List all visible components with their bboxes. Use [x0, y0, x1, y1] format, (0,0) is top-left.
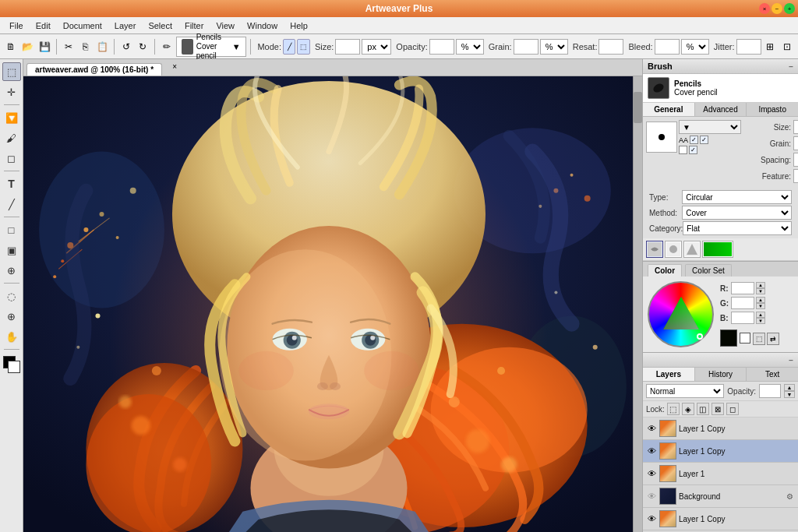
opacity-input[interactable]: 60 — [429, 39, 454, 55]
brush-tab-advanced[interactable]: Advanced — [695, 103, 747, 116]
fg-swatch[interactable] — [720, 329, 737, 347]
color-swatches[interactable] — [3, 356, 20, 373]
category-select[interactable]: Flat — [683, 221, 792, 235]
redo-button[interactable]: ↻ — [135, 37, 150, 56]
menu-view[interactable]: View — [210, 19, 241, 32]
canvas-tab[interactable]: artweaver.awd @ 100% (16-bit) * — [26, 63, 162, 76]
tool-fill[interactable]: ▣ — [2, 241, 21, 259]
tool-shape[interactable]: □ — [2, 220, 21, 239]
bleed-input[interactable]: 0 — [655, 39, 680, 55]
new-button[interactable]: 🗎 — [3, 37, 19, 56]
lock-position-btn[interactable]: ◫ — [697, 403, 709, 415]
layer-item-0[interactable]: 👁 Layer 1 Copy — [643, 417, 798, 440]
tool-hand[interactable]: ✋ — [2, 327, 21, 346]
feature-checkbox-1[interactable] — [679, 146, 687, 154]
canvas-scrollbar[interactable] — [633, 76, 642, 532]
r-up[interactable]: ▲ — [756, 282, 765, 288]
aa-checkbox[interactable]: ✓ — [690, 136, 698, 144]
opacity-unit[interactable]: % — [456, 39, 484, 55]
b-down[interactable]: ▼ — [756, 318, 765, 324]
b-input[interactable]: 1 — [731, 312, 754, 324]
tool-paint[interactable]: 🖌 — [2, 129, 21, 147]
resat-input[interactable]: 50 — [598, 39, 623, 55]
grain-input[interactable]: 44 — [514, 39, 538, 55]
background-color[interactable] — [8, 361, 20, 373]
color-wheel-container[interactable] — [648, 281, 714, 347]
layer-eye-4[interactable]: 👁 — [646, 513, 657, 524]
tool-text[interactable]: T — [2, 174, 21, 193]
brush-selector[interactable]: Pencils Cover pencil ▼ — [176, 37, 246, 57]
type-select[interactable]: Circular — [682, 190, 792, 204]
close-button[interactable]: × — [759, 3, 770, 14]
layers-panel-close[interactable]: − — [789, 356, 793, 365]
opacity-up-btn[interactable]: ▲ — [784, 384, 795, 391]
brush-tab-general[interactable]: General — [643, 103, 695, 116]
menu-help[interactable]: Help — [284, 19, 314, 32]
color-cursor[interactable] — [697, 333, 703, 340]
menu-edit[interactable]: Edit — [30, 19, 57, 32]
grain-unit[interactable]: % — [540, 39, 568, 55]
r-down[interactable]: ▼ — [756, 288, 765, 294]
brush-grain-input[interactable]: 44 — [793, 136, 798, 150]
cut-button[interactable]: ✂ — [61, 37, 76, 56]
tool-lasso[interactable]: ◌ — [2, 287, 21, 305]
mode-icon-1[interactable]: ╱ — [283, 39, 295, 55]
tool-move[interactable]: ✛ — [2, 83, 21, 101]
blend-mode-select[interactable]: Normal — [646, 384, 724, 398]
color-wheel[interactable] — [648, 281, 714, 347]
scroll-thumb[interactable] — [634, 92, 642, 123]
color-tab-color[interactable]: Color — [648, 264, 682, 277]
layer-settings-btn-3[interactable]: ⚙ — [784, 491, 795, 502]
undo-button[interactable]: ↺ — [118, 37, 134, 56]
swap-colors-btn[interactable]: ⇄ — [767, 333, 779, 345]
brush-size-input[interactable]: 8 — [793, 120, 798, 134]
copy-button[interactable]: ⎘ — [78, 37, 94, 56]
aa-checkbox-2[interactable]: ✓ — [700, 136, 708, 144]
opacity-down-btn[interactable]: ▼ — [784, 391, 795, 398]
layer-item-4[interactable]: 👁 Layer 1 Copy — [643, 508, 798, 530]
tab-history[interactable]: History — [695, 368, 747, 381]
jitter-input[interactable]: 0 — [736, 39, 761, 55]
brush-texture-3[interactable] — [683, 241, 701, 258]
brush-tab-impasto[interactable]: Impasto — [747, 103, 798, 116]
method-select[interactable]: Cover — [682, 206, 792, 220]
lock-all-btn[interactable]: ⊠ — [711, 403, 724, 415]
menu-window[interactable]: Window — [241, 19, 284, 32]
menu-layer[interactable]: Layer — [108, 19, 143, 32]
tool-zoom[interactable]: ⊕ — [2, 307, 21, 326]
b-up[interactable]: ▲ — [756, 312, 765, 318]
bleed-unit[interactable]: % — [681, 39, 709, 55]
feature-checkbox-2[interactable]: ✓ — [689, 146, 697, 154]
layer-opacity-input[interactable]: 100 — [759, 384, 781, 398]
brush-spacing-input[interactable]: 1 — [793, 153, 798, 167]
lock-pixels-btn[interactable]: ⬚ — [667, 403, 680, 415]
g-up[interactable]: ▲ — [756, 297, 765, 303]
menu-document[interactable]: Document — [57, 19, 108, 32]
brush-panel-close[interactable]: − — [789, 62, 793, 71]
color-tab-colorset[interactable]: Color Set — [685, 264, 732, 277]
mode-icon-2[interactable]: ⬚ — [297, 39, 309, 55]
layer-item-1[interactable]: 👁 Layer 1 Copy — [643, 440, 798, 463]
menu-select[interactable]: Select — [142, 19, 178, 32]
r-input[interactable]: 5 — [731, 282, 754, 294]
artwork-canvas[interactable] — [23, 76, 642, 532]
menu-file[interactable]: File — [3, 19, 30, 32]
canvas-container[interactable] — [23, 76, 642, 532]
g-input[interactable]: 168 — [731, 297, 754, 309]
brush-feature-input[interactable]: 1 — [793, 169, 798, 183]
tab-layers[interactable]: Layers — [643, 368, 695, 381]
layer-eye-3[interactable]: 👁 — [646, 491, 657, 502]
reset-colors-btn[interactable]: ⬚ — [753, 333, 765, 345]
paste-button[interactable]: 📋 — [94, 37, 110, 56]
layer-eye-0[interactable]: 👁 — [646, 423, 657, 434]
minimize-button[interactable]: − — [772, 3, 782, 14]
save-button[interactable]: 💾 — [37, 37, 52, 56]
bg-swatch[interactable] — [740, 333, 750, 344]
close-tab-button[interactable]: × — [165, 59, 184, 76]
layer-item-2[interactable]: 👁 Layer 1 — [643, 463, 798, 485]
brush-texture-1[interactable] — [646, 241, 663, 258]
brush-color-swatch-green[interactable] — [702, 241, 733, 258]
brush-texture-2[interactable] — [665, 241, 682, 258]
tool-eraser[interactable]: ◻ — [2, 149, 21, 167]
tool-clone[interactable]: ⊕ — [2, 261, 21, 280]
